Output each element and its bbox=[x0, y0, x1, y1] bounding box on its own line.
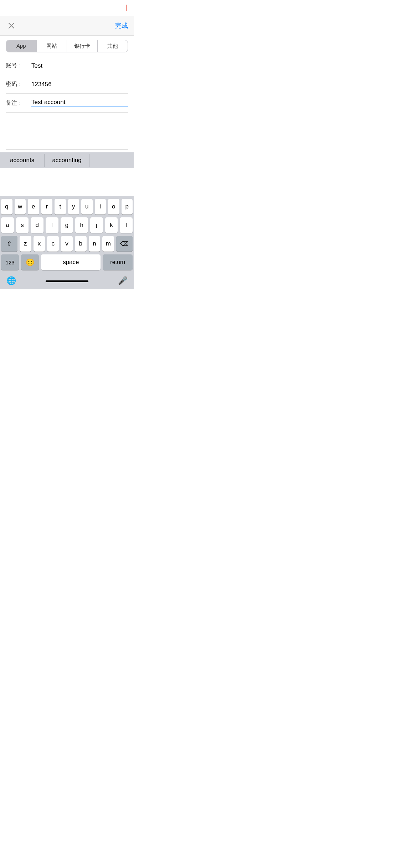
mic-icon[interactable]: 🎤 bbox=[115, 274, 130, 287]
key-i[interactable]: i bbox=[95, 199, 106, 215]
key-a[interactable]: a bbox=[1, 217, 14, 233]
empty-row-1 bbox=[6, 113, 128, 131]
key-k[interactable]: k bbox=[105, 217, 118, 233]
autocomplete-accounting[interactable]: accounting bbox=[45, 154, 89, 167]
key-x[interactable]: x bbox=[34, 236, 45, 252]
key-m[interactable]: m bbox=[102, 236, 114, 252]
keyboard-bottom-bar: 🌐 🎤 bbox=[1, 273, 133, 288]
close-button[interactable] bbox=[6, 20, 17, 31]
note-value[interactable]: Test account bbox=[31, 99, 128, 107]
key-d[interactable]: d bbox=[31, 217, 43, 233]
delete-key[interactable]: ⌫ bbox=[116, 236, 133, 252]
key-l[interactable]: l bbox=[120, 217, 133, 233]
key-z[interactable]: z bbox=[20, 236, 31, 252]
keyboard-row-2: a s d f g h j k l bbox=[1, 217, 133, 233]
account-row: 账号： Test bbox=[6, 57, 128, 75]
account-value[interactable]: Test bbox=[31, 62, 128, 69]
key-p[interactable]: p bbox=[122, 199, 133, 215]
key-n[interactable]: n bbox=[89, 236, 101, 252]
key-j[interactable]: j bbox=[90, 217, 103, 233]
numbers-key[interactable]: 123 bbox=[1, 254, 19, 270]
tab-other[interactable]: 其他 bbox=[98, 40, 128, 52]
space-key[interactable]: space bbox=[41, 254, 101, 270]
emoji-key[interactable]: 🙂 bbox=[21, 254, 39, 270]
keyboard-row-1: q w e r t y u i o p bbox=[1, 199, 133, 215]
keyboard-row-3: ⇧ z x c v b n m ⌫ bbox=[1, 236, 133, 252]
status-bar bbox=[0, 0, 134, 16]
key-c[interactable]: c bbox=[47, 236, 59, 252]
key-h[interactable]: h bbox=[75, 217, 88, 233]
tab-app[interactable]: App bbox=[6, 40, 37, 52]
note-label: 备注： bbox=[6, 99, 31, 107]
key-q[interactable]: q bbox=[1, 199, 12, 215]
key-f[interactable]: f bbox=[46, 217, 58, 233]
form: 账号： Test 密码： 123456 备注： Test account bbox=[0, 57, 134, 150]
key-s[interactable]: s bbox=[16, 217, 29, 233]
cursor-indicator bbox=[126, 5, 127, 11]
shift-key[interactable]: ⇧ bbox=[1, 236, 17, 252]
password-label: 密码： bbox=[6, 81, 31, 88]
key-r[interactable]: r bbox=[41, 199, 53, 215]
tab-bar: App 网站 银行卡 其他 bbox=[6, 40, 128, 52]
globe-icon[interactable]: 🌐 bbox=[4, 274, 18, 287]
keyboard: q w e r t y u i o p a s d f g h j k l ⇧ … bbox=[0, 196, 134, 289]
key-u[interactable]: u bbox=[81, 199, 93, 215]
header: 完成 bbox=[0, 16, 134, 36]
key-y[interactable]: y bbox=[68, 199, 79, 215]
autocomplete-accounts[interactable]: accounts bbox=[0, 154, 45, 167]
key-v[interactable]: v bbox=[61, 236, 73, 252]
key-w[interactable]: w bbox=[15, 199, 26, 215]
done-button[interactable]: 完成 bbox=[115, 21, 128, 30]
tab-website[interactable]: 网站 bbox=[37, 40, 67, 52]
password-row: 密码： 123456 bbox=[6, 75, 128, 94]
autocomplete-bar: accounts accounting bbox=[0, 152, 134, 168]
key-t[interactable]: t bbox=[55, 199, 66, 215]
account-label: 账号： bbox=[6, 62, 31, 69]
tab-bankcard[interactable]: 银行卡 bbox=[67, 40, 98, 52]
keyboard-row-4: 123 🙂 space return bbox=[1, 254, 133, 270]
empty-row-2 bbox=[6, 131, 128, 150]
key-g[interactable]: g bbox=[61, 217, 73, 233]
password-value[interactable]: 123456 bbox=[31, 81, 128, 88]
key-o[interactable]: o bbox=[108, 199, 119, 215]
key-b[interactable]: b bbox=[75, 236, 87, 252]
key-e[interactable]: e bbox=[28, 199, 39, 215]
note-row: 备注： Test account bbox=[6, 94, 128, 113]
return-key[interactable]: return bbox=[103, 254, 133, 270]
home-indicator bbox=[46, 280, 88, 282]
